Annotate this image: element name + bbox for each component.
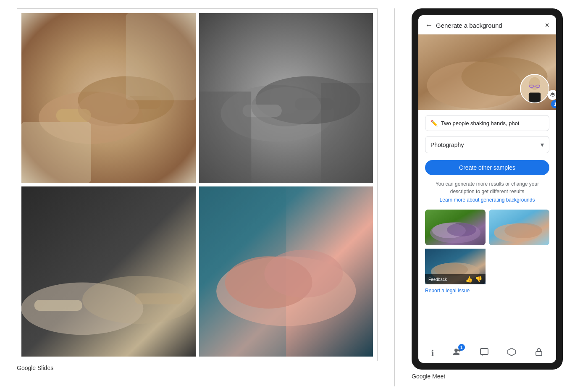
svg-rect-7 xyxy=(126,13,196,100)
avatar xyxy=(520,74,549,103)
google-slides-caption: Google Slides xyxy=(17,365,53,371)
style-dropdown-label: Photography xyxy=(430,142,464,148)
svg-rect-15 xyxy=(321,83,373,183)
bottom-nav: ℹ 1 xyxy=(418,343,556,363)
prompt-input-field[interactable]: ✏️ Two people shaking hands, phot xyxy=(425,115,549,131)
activities-nav-icon[interactable] xyxy=(507,347,516,359)
meet-device-frame: ← Generate a background × xyxy=(412,8,563,370)
google-meet-caption: Google Meet xyxy=(412,373,445,380)
legal-issue-link[interactable]: Report a legal issue xyxy=(425,288,549,294)
svg-rect-49 xyxy=(536,352,542,356)
svg-rect-19 xyxy=(34,300,82,311)
lock-nav-icon[interactable] xyxy=(534,347,543,359)
svg-rect-14 xyxy=(199,92,251,183)
thumbnail-3-container: Feedback 👍 👎 xyxy=(425,249,486,284)
layers-icon xyxy=(548,90,556,100)
slide-image-1[interactable] xyxy=(21,13,196,183)
google-slides-section: Google Slides xyxy=(17,8,378,371)
feedback-icons: 👍 👎 xyxy=(465,276,482,283)
svg-point-41 xyxy=(504,223,542,238)
thumbnail-grid: Feedback 👍 👎 xyxy=(425,210,549,284)
learn-more-link[interactable]: Learn more about generating backgrounds xyxy=(425,197,549,203)
svg-point-30 xyxy=(529,77,540,90)
thumbs-down-icon[interactable]: 👎 xyxy=(475,276,482,283)
info-nav-icon[interactable]: ℹ xyxy=(431,348,434,358)
style-dropdown[interactable]: Photography ▾ xyxy=(425,136,549,153)
svg-point-13 xyxy=(251,87,321,126)
prompt-text: Two people shaking hands, phot xyxy=(441,120,519,126)
svg-rect-47 xyxy=(480,349,488,354)
edit-icon: ✏️ xyxy=(430,120,438,126)
meet-panel: ← Generate a background × xyxy=(418,15,556,363)
svg-rect-20 xyxy=(135,293,183,304)
back-button[interactable]: ← xyxy=(425,21,433,30)
svg-rect-34 xyxy=(529,92,541,102)
panel-content: ✏️ Two people shaking hands, phot Photog… xyxy=(418,110,556,343)
chevron-down-icon: ▾ xyxy=(541,141,544,149)
close-button[interactable]: × xyxy=(545,21,549,30)
slide-image-2[interactable] xyxy=(199,13,373,183)
chat-nav-icon[interactable] xyxy=(480,347,489,359)
thumbs-up-icon[interactable]: 👍 xyxy=(465,276,472,283)
panel-header: ← Generate a background × xyxy=(418,15,556,34)
help-text: You can generate more results or change … xyxy=(425,180,549,195)
panel-title: Generate a background xyxy=(436,22,502,29)
svg-point-25 xyxy=(264,250,343,298)
slides-image-grid xyxy=(17,8,378,361)
feedback-label: Feedback xyxy=(428,277,447,282)
svg-rect-6 xyxy=(21,122,91,183)
feedback-bar: Feedback 👍 👎 xyxy=(425,274,486,284)
thumbnail-2[interactable] xyxy=(489,210,549,245)
slide-image-4[interactable] xyxy=(199,186,373,357)
slide-image-3[interactable] xyxy=(21,186,196,357)
section-divider xyxy=(394,8,395,386)
thumbnail-1[interactable] xyxy=(425,210,486,245)
svg-marker-48 xyxy=(508,348,515,356)
create-samples-button[interactable]: Create other samples xyxy=(425,160,549,175)
people-nav-badge: 1 xyxy=(458,344,465,351)
svg-point-38 xyxy=(447,223,476,236)
people-nav-icon[interactable]: 1 xyxy=(452,347,462,359)
preview-area: 1 xyxy=(418,34,556,110)
panel-header-left: ← Generate a background xyxy=(425,21,502,30)
google-meet-section: ← Generate a background × xyxy=(412,8,571,380)
svg-point-45 xyxy=(454,349,458,352)
